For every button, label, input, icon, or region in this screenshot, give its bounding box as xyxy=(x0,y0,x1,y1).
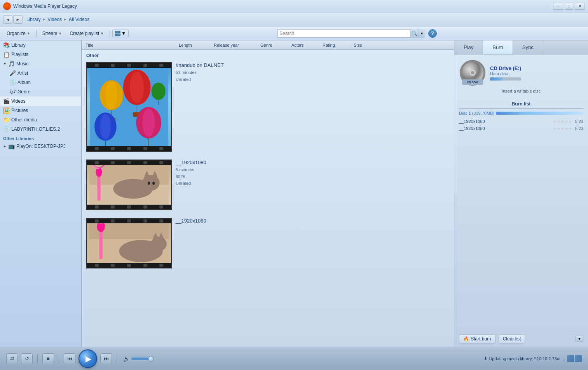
prev-button[interactable]: ⏮ xyxy=(64,353,75,364)
film-hole xyxy=(143,161,147,164)
volume-slider[interactable] xyxy=(131,358,162,360)
layout-grid-icon xyxy=(115,31,120,36)
organize-label: Organize xyxy=(7,31,26,36)
film-hole xyxy=(95,264,99,267)
star-5: ★ xyxy=(569,126,572,131)
burn-options-icon[interactable]: ▼ xyxy=(576,334,583,344)
video-item-1[interactable]: #nandub on DALNET 51 minutes Unrated xyxy=(82,60,454,154)
col-header-size[interactable]: Size xyxy=(351,43,452,47)
star-4: ★ xyxy=(565,119,568,124)
clear-list-label: Clear list xyxy=(503,336,521,342)
create-playlist-button[interactable]: Create playlist ▼ xyxy=(66,29,107,38)
sidebar-item-labyrinth[interactable]: 💿 LABYRINTH.OF.LIES.2 xyxy=(0,125,81,134)
layout-cell-3 xyxy=(115,33,118,36)
clear-list-button[interactable]: Clear list xyxy=(499,334,525,344)
film-strip-2 xyxy=(86,160,172,210)
burn-list-area: Burn list Disc 1 (319.70MB) __1920x1080 … xyxy=(454,98,588,331)
star-2: ★ xyxy=(557,119,560,124)
sidebar-item-other-media[interactable]: 📁 Other media xyxy=(0,115,81,125)
tile-btn-1[interactable] xyxy=(567,355,574,362)
sidebar-item-videos[interactable]: 🎬 Videos xyxy=(0,96,81,106)
volume-knob[interactable] xyxy=(148,356,154,361)
sidebar-item-album[interactable]: 💿 Album xyxy=(6,78,81,87)
sidebar-item-pictures[interactable]: 🖼️ Pictures xyxy=(0,106,81,115)
sidebar-label-videos: Videos xyxy=(11,98,25,104)
scroll-area[interactable]: Other xyxy=(82,50,454,347)
maximize-button[interactable]: □ xyxy=(564,3,574,10)
organize-button[interactable]: Organize ▼ xyxy=(3,29,34,38)
svg-point-43 xyxy=(471,71,474,74)
stop-button[interactable]: ■ xyxy=(42,353,54,364)
burn-item-2[interactable]: __1920x1080 ★ ★ ★ ★ ★ 5:23 xyxy=(459,125,583,132)
search-dropdown-button[interactable]: ▼ xyxy=(419,29,425,38)
breadcrumb-all-videos[interactable]: All Videos xyxy=(69,17,89,22)
breadcrumb-videos[interactable]: Videos xyxy=(48,17,62,22)
pictures-icon: 🖼️ xyxy=(3,107,10,114)
svg-point-15 xyxy=(152,82,166,100)
sidebar-item-playon[interactable]: ► 📺 PlayOn: DESKTOP-JPJ xyxy=(0,142,81,151)
tab-burn[interactable]: Burn xyxy=(483,40,513,54)
sidebar-item-music[interactable]: ▼ 🎵 Music xyxy=(0,59,81,68)
sidebar-item-artist[interactable]: 🎤 Artist xyxy=(6,68,81,78)
burn-item-duration-1: 5:23 xyxy=(575,119,583,124)
close-button[interactable]: ✕ xyxy=(575,3,585,10)
tab-play-label: Play xyxy=(464,44,473,50)
play-button[interactable]: ▶ xyxy=(79,349,97,368)
sidebar-item-library[interactable]: 📚 Library xyxy=(0,40,81,50)
film-hole xyxy=(127,219,131,223)
col-header-actors[interactable]: Actors xyxy=(289,43,320,47)
film-hole xyxy=(143,64,147,67)
film-hole xyxy=(159,205,163,209)
sidebar-item-genre[interactable]: 🎶 Genre xyxy=(6,87,81,96)
svg-rect-25 xyxy=(97,173,100,200)
col-header-title[interactable]: Title xyxy=(83,43,176,47)
search-button[interactable]: 🔍 xyxy=(410,29,419,38)
col-header-genre[interactable]: Genre xyxy=(258,43,289,47)
tile-toggle[interactable] xyxy=(567,355,582,362)
film-hole xyxy=(159,64,163,67)
burn-actions-spacer xyxy=(528,334,572,344)
back-button[interactable]: ◄ xyxy=(3,15,12,24)
cd-drive-area: CD ROM CD Drive (E:) Data disc Insert a … xyxy=(454,54,588,98)
video-title-1: #nandub on DALNET xyxy=(176,62,449,68)
svg-point-20 xyxy=(142,175,160,191)
video-title-3: __1920x1080 xyxy=(176,218,449,224)
burn-item-1[interactable]: __1920x1080 ★ ★ ★ ★ ★ 5:23 xyxy=(459,118,583,125)
tile-btn-2[interactable] xyxy=(575,355,582,362)
video-item-2[interactable]: __1920x1080 5 minutes 6026 Unrated xyxy=(82,157,454,212)
next-button[interactable]: ⏭ xyxy=(100,353,112,364)
video-item-3[interactable]: __1920x1080 xyxy=(82,216,454,271)
stream-button[interactable]: Stream ▼ xyxy=(39,29,66,38)
sidebar-item-playlists[interactable]: 📋 Playlists xyxy=(0,50,81,59)
app-icon xyxy=(3,2,11,10)
cd-disc-svg: CD ROM xyxy=(459,59,486,86)
music-group: 🎤 Artist 💿 Album 🎶 Genre xyxy=(0,68,81,96)
film-hole xyxy=(127,147,131,150)
minimize-button[interactable]: ─ xyxy=(553,3,563,10)
svg-point-23 xyxy=(148,182,150,185)
repeat-button[interactable]: ↺ xyxy=(21,353,33,364)
search-input[interactable] xyxy=(278,31,410,36)
col-header-length[interactable]: Length xyxy=(176,43,211,47)
start-burn-button[interactable]: 🔥 Start burn xyxy=(459,334,496,344)
tab-sync[interactable]: Sync xyxy=(513,40,543,54)
video-length-1: 51 minutes xyxy=(176,70,197,75)
tab-sync-label: Sync xyxy=(522,44,534,50)
tab-play[interactable]: Play xyxy=(454,40,483,54)
forward-button[interactable]: ► xyxy=(13,15,23,24)
layout-button[interactable]: ▼ xyxy=(112,30,129,37)
shuffle-button[interactable]: ⇄ xyxy=(6,353,18,364)
col-header-rating[interactable]: Rating xyxy=(320,43,351,47)
status-text: ⬇ Updating media library: \\10.10.2.73\d… xyxy=(484,356,564,361)
top-tabs: Play Burn Sync xyxy=(454,40,588,54)
burn-icon: 🔥 xyxy=(463,336,469,342)
sidebar-label-album: Album xyxy=(17,80,31,85)
breadcrumb-library[interactable]: Library xyxy=(26,17,41,22)
col-header-release-year[interactable]: Release year xyxy=(211,43,258,47)
ctrl-sep-2 xyxy=(59,354,59,363)
star-1: ★ xyxy=(553,119,557,124)
film-image-cat xyxy=(87,165,171,205)
help-button[interactable]: ? xyxy=(428,29,437,38)
nav-arrows: ◄ ► xyxy=(3,15,23,24)
film-holes-bottom-1 xyxy=(87,146,171,151)
